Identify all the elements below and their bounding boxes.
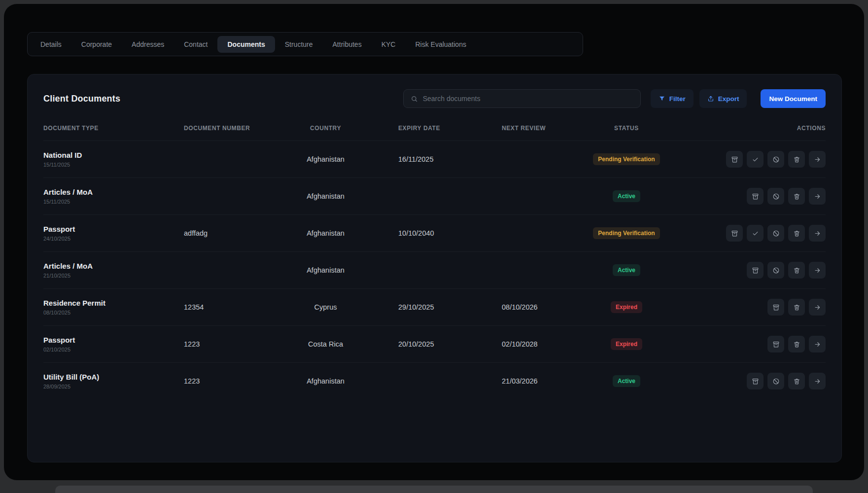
trash-action-button[interactable]: [788, 373, 805, 389]
ban-icon: [772, 378, 780, 385]
trash-icon: [793, 193, 800, 200]
tab-details[interactable]: Details: [31, 36, 71, 53]
archive-icon: [752, 378, 759, 385]
tab-addresses[interactable]: Addresses: [122, 36, 174, 53]
tab-documents[interactable]: Documents: [217, 36, 275, 53]
country-cell: Afghanistan: [253, 252, 398, 289]
next-review-cell: [502, 141, 590, 178]
tab-kyc[interactable]: KYC: [372, 36, 406, 53]
search-icon: [411, 95, 418, 103]
tab-attributes[interactable]: Attributes: [323, 36, 372, 53]
arrow-right-action-button[interactable]: [809, 373, 826, 389]
client-documents-panel: Client Documents Filter: [27, 74, 842, 462]
expiry-date-cell: [398, 252, 502, 289]
ban-action-button[interactable]: [767, 373, 784, 389]
country-cell: Afghanistan: [253, 363, 398, 400]
archive-action-button[interactable]: [767, 336, 784, 352]
trash-action-button[interactable]: [788, 262, 805, 279]
tab-contact[interactable]: Contact: [174, 36, 217, 53]
app-window: DetailsCorporateAddressesContactDocument…: [4, 4, 864, 480]
archive-action-button[interactable]: [726, 225, 743, 242]
arrow-right-action-button[interactable]: [809, 225, 826, 242]
trash-action-button[interactable]: [788, 188, 805, 205]
ban-icon: [772, 156, 780, 163]
search-box[interactable]: [403, 89, 641, 108]
ban-action-button[interactable]: [767, 188, 784, 205]
arrow-right-action-button[interactable]: [809, 299, 826, 316]
table-row: National ID15/11/2025Afghanistan16/11/20…: [43, 141, 826, 178]
document-number-cell: 12354: [184, 289, 253, 326]
arrow-right-action-button[interactable]: [809, 336, 826, 352]
new-document-button[interactable]: New Document: [761, 89, 826, 108]
row-actions: [662, 262, 826, 279]
tab-risk-evaluations[interactable]: Risk Evaluations: [405, 36, 476, 53]
document-type: Residence Permit: [43, 299, 184, 307]
document-number-cell: [184, 141, 253, 178]
trash-icon: [793, 230, 800, 237]
arrow-right-icon: [814, 267, 821, 274]
table-row: Passport02/10/20251223Costa Rica20/10/20…: [43, 326, 826, 363]
document-added-date: 02/10/2025: [43, 347, 184, 352]
window-bottom-bar: [55, 486, 813, 493]
next-review-cell: [502, 178, 590, 215]
archive-icon: [752, 193, 759, 200]
country-cell: Afghanistan: [253, 178, 398, 215]
table-row: Articles / MoA21/10/2025AfghanistanActiv…: [43, 252, 826, 289]
trash-action-button[interactable]: [788, 151, 805, 168]
country-cell: Costa Rica: [253, 326, 398, 363]
tab-structure[interactable]: Structure: [275, 36, 323, 53]
trash-action-button[interactable]: [788, 299, 805, 316]
filter-icon: [659, 95, 665, 102]
archive-action-button[interactable]: [767, 299, 784, 316]
documents-table: DOCUMENT TYPEDOCUMENT NUMBERCOUNTRYEXPIR…: [43, 125, 826, 400]
tab-bar: DetailsCorporateAddressesContactDocument…: [27, 32, 583, 56]
document-number-cell: adffadg: [184, 215, 253, 252]
trash-icon: [793, 304, 800, 311]
document-added-date: 21/10/2025: [43, 273, 184, 279]
arrow-right-action-button[interactable]: [809, 151, 826, 168]
document-type: Articles / MoA: [43, 188, 184, 196]
archive-action-button[interactable]: [747, 188, 764, 205]
arrow-right-action-button[interactable]: [809, 262, 826, 279]
row-actions: [662, 336, 826, 352]
column-header-country: COUNTRY: [253, 125, 398, 141]
check-action-button[interactable]: [747, 225, 764, 242]
archive-icon: [731, 156, 738, 163]
document-added-date: 28/09/2025: [43, 384, 184, 389]
country-cell: Afghanistan: [253, 141, 398, 178]
arrow-right-icon: [814, 156, 821, 163]
expiry-date-cell: [398, 178, 502, 215]
trash-action-button[interactable]: [788, 225, 805, 242]
export-button[interactable]: Export: [699, 89, 747, 108]
archive-action-button[interactable]: [747, 373, 764, 389]
document-type: Passport: [43, 336, 184, 344]
table-row: Articles / MoA15/11/2025AfghanistanActiv…: [43, 178, 826, 215]
ban-action-button[interactable]: [767, 151, 784, 168]
trash-action-button[interactable]: [788, 336, 805, 352]
search-input[interactable]: [423, 95, 633, 103]
arrow-right-icon: [814, 230, 821, 237]
column-header-actions: ACTIONS: [662, 125, 826, 141]
filter-button[interactable]: Filter: [651, 89, 694, 108]
document-type: Articles / MoA: [43, 262, 184, 270]
export-icon: [707, 95, 714, 102]
table-row: Utility Bill (PoA)28/09/20251223Afghanis…: [43, 363, 826, 400]
tab-corporate[interactable]: Corporate: [71, 36, 122, 53]
archive-action-button[interactable]: [747, 262, 764, 279]
document-number-cell: 1223: [184, 326, 253, 363]
arrow-right-action-button[interactable]: [809, 188, 826, 205]
filter-button-label: Filter: [669, 95, 686, 103]
archive-action-button[interactable]: [726, 151, 743, 168]
ban-action-button[interactable]: [767, 262, 784, 279]
country-cell: Afghanistan: [253, 215, 398, 252]
status-badge: Expired: [611, 338, 642, 350]
documents-table-body: National ID15/11/2025Afghanistan16/11/20…: [43, 141, 826, 400]
documents-table-head-row: DOCUMENT TYPEDOCUMENT NUMBERCOUNTRYEXPIR…: [43, 125, 826, 141]
country-cell: Cyprus: [253, 289, 398, 326]
check-action-button[interactable]: [747, 151, 764, 168]
document-type: Utility Bill (PoA): [43, 373, 184, 381]
row-actions: [662, 373, 826, 389]
trash-icon: [793, 267, 800, 274]
ban-action-button[interactable]: [767, 225, 784, 242]
document-added-date: 15/11/2025: [43, 199, 184, 205]
